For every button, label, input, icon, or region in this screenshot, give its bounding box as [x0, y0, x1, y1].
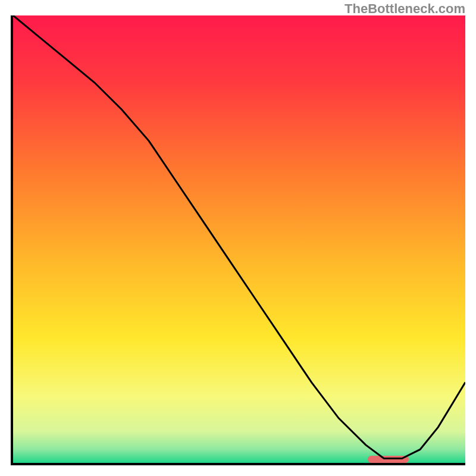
plot-area [11, 15, 465, 465]
curve-line [13, 15, 465, 463]
chart-container: TheBottleneck.com [0, 0, 476, 476]
watermark-text: TheBottleneck.com [345, 1, 465, 17]
